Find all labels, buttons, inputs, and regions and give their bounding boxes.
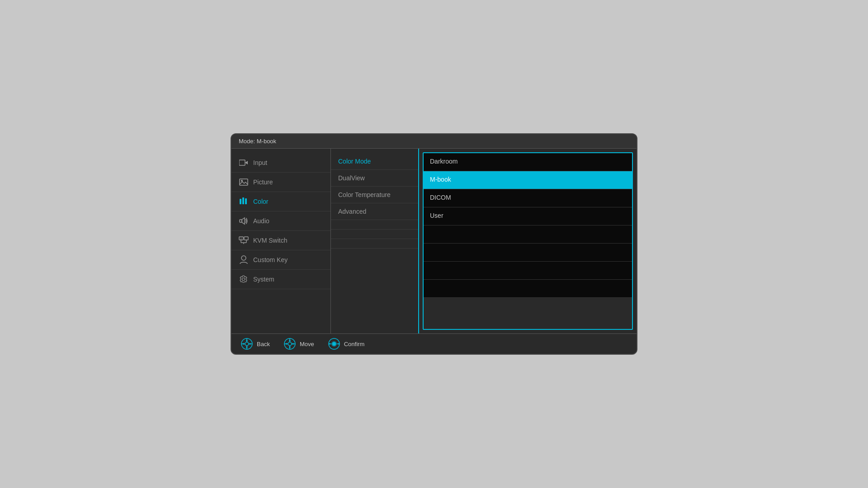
svg-marker-34 — [285, 343, 287, 345]
confirm-label: Confirm — [344, 341, 365, 347]
custom-key-icon — [239, 255, 249, 265]
svg-marker-8 — [242, 218, 245, 224]
sidebar-item-picture-label: Picture — [253, 178, 273, 186]
middle-item-color-temperature-label: Color Temperature — [338, 191, 391, 198]
svg-text:2: 2 — [241, 237, 242, 240]
middle-item-blank2 — [331, 230, 418, 239]
confirm-icon — [328, 338, 340, 350]
middle-nav: Color Mode DualView Color Temperature Ad… — [331, 149, 419, 333]
picture-icon — [239, 177, 249, 187]
svg-point-40 — [332, 342, 336, 346]
middle-item-color-mode[interactable]: Color Mode — [331, 153, 418, 170]
sidebar-item-custom-key[interactable]: Custom Key — [231, 250, 330, 270]
svg-rect-4 — [240, 199, 241, 204]
menu-area: Input Picture — [231, 149, 637, 333]
monitor-frame: Mode: M-book Input — [231, 133, 637, 355]
svg-marker-25 — [250, 343, 252, 345]
svg-rect-5 — [242, 197, 244, 204]
svg-marker-26 — [246, 339, 248, 341]
svg-marker-37 — [289, 347, 291, 349]
right-item-mbook[interactable]: M-book — [424, 171, 632, 189]
middle-item-color-temperature[interactable]: Color Temperature — [331, 187, 418, 203]
move-icon — [283, 338, 296, 350]
back-control[interactable]: Back — [241, 338, 270, 350]
sidebar-item-color[interactable]: Color — [231, 192, 330, 211]
middle-item-color-mode-label: Color Mode — [338, 158, 371, 165]
sidebar-item-kvm-switch[interactable]: 2 KVM Switch — [231, 231, 330, 250]
svg-marker-24 — [242, 343, 244, 345]
svg-point-19 — [245, 342, 249, 346]
svg-marker-36 — [289, 339, 291, 341]
middle-item-dualview[interactable]: DualView — [331, 170, 418, 187]
sidebar-item-input[interactable]: Input — [231, 153, 330, 173]
svg-marker-1 — [245, 161, 248, 164]
sidebar-item-audio-label: Audio — [253, 217, 269, 225]
right-panel: Darkroom M-book DICOM User — [423, 152, 633, 330]
svg-rect-6 — [245, 198, 247, 204]
middle-item-advanced[interactable]: Advanced — [331, 203, 418, 220]
mode-label: Mode: M-book — [239, 138, 276, 145]
back-label: Back — [257, 341, 270, 347]
svg-rect-11 — [244, 237, 248, 240]
svg-point-16 — [241, 256, 246, 260]
move-control[interactable]: Move — [283, 338, 314, 350]
svg-rect-0 — [239, 160, 245, 165]
middle-item-blank3 — [331, 239, 418, 249]
right-item-darkroom[interactable]: Darkroom — [424, 153, 632, 171]
color-icon — [239, 197, 249, 206]
svg-marker-35 — [292, 343, 295, 345]
middle-item-blank1 — [331, 220, 418, 230]
sidebar-item-input-label: Input — [253, 159, 267, 166]
right-item-dicom[interactable]: DICOM — [424, 189, 632, 207]
svg-point-29 — [288, 342, 292, 346]
system-icon — [239, 274, 249, 284]
audio-icon — [239, 216, 249, 226]
right-item-blank4 — [424, 280, 632, 298]
sidebar-item-system[interactable]: System — [231, 270, 330, 289]
right-item-blank2 — [424, 244, 632, 262]
confirm-control[interactable]: Confirm — [328, 338, 365, 350]
sidebar-item-picture[interactable]: Picture — [231, 173, 330, 192]
sidebar-item-kvm-label: KVM Switch — [253, 237, 287, 244]
sidebar-item-system-label: System — [253, 276, 274, 283]
title-bar: Mode: M-book — [231, 134, 637, 149]
back-icon — [241, 338, 253, 350]
sidebar-item-custom-key-label: Custom Key — [253, 256, 288, 263]
middle-item-dualview-label: DualView — [338, 174, 365, 182]
kvm-icon: 2 — [239, 235, 249, 245]
move-label: Move — [300, 341, 314, 347]
sidebar-item-audio[interactable]: Audio — [231, 211, 330, 231]
sidebar-item-color-label: Color — [253, 198, 268, 205]
right-item-blank3 — [424, 262, 632, 280]
svg-rect-2 — [240, 179, 248, 185]
input-icon — [239, 158, 249, 168]
right-item-blank1 — [424, 225, 632, 244]
left-nav: Input Picture — [231, 149, 331, 333]
middle-item-advanced-label: Advanced — [338, 208, 366, 215]
svg-marker-27 — [246, 347, 248, 349]
bottom-bar: Back Move — [231, 333, 637, 354]
svg-point-17 — [242, 278, 245, 281]
right-item-user[interactable]: User — [424, 207, 632, 225]
